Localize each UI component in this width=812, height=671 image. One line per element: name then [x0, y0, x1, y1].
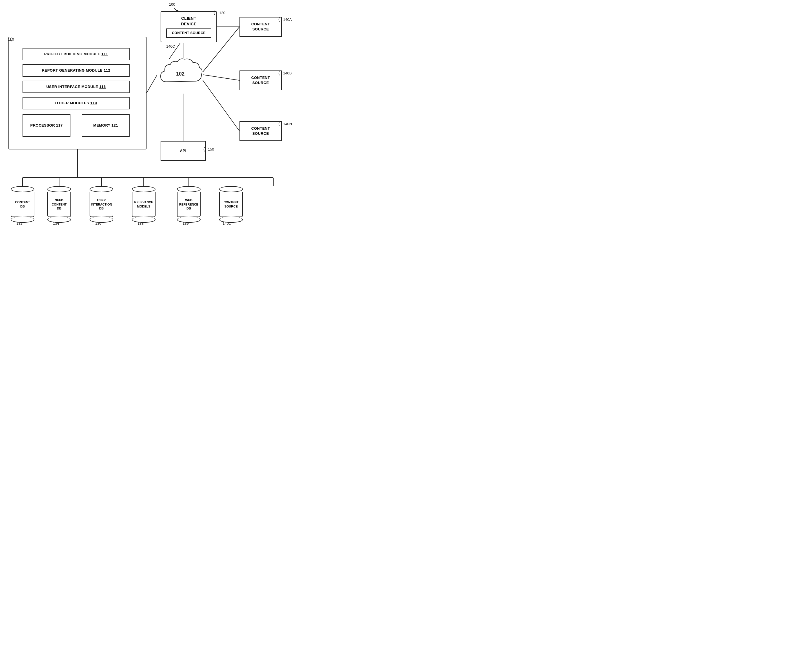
module-user-interface: USER INTERFACE MODULE 116 [22, 81, 130, 93]
db-seed-content: SEEDCONTENT DB [48, 186, 71, 223]
module-other: OTHER MODULES 119 [22, 97, 130, 109]
content-source-140n: CONTENTSOURCE [240, 121, 282, 141]
db-content-source-140d: CONTENTSOURCE [219, 186, 243, 223]
bracket-110 [11, 37, 17, 43]
svg-line-7 [203, 80, 240, 131]
mod-proj-text: PROJECT BUILDING MODULE 111 [44, 51, 108, 57]
module-report-generating: REPORT GENERATING MODULE 112 [22, 64, 130, 77]
bracket-140n [280, 122, 285, 128]
ref-100-label: 100 [169, 2, 175, 7]
mod-processor-text: PROCESSOR 117 [31, 123, 63, 128]
client-device-label: CLIENTDEVICE [181, 16, 196, 27]
svg-text:102: 102 [176, 71, 185, 77]
bracket-120 [215, 11, 220, 16]
module-project-building: PROJECT BUILDING MODULE 111 [22, 48, 130, 60]
mod-memory-text: MEMORY 121 [93, 123, 118, 128]
db-user-interaction: USERINTERACTIONDB [90, 186, 113, 223]
mod-report-text: REPORT GENERATING MODULE 112 [42, 68, 110, 73]
content-source-inner-box: CONTENT SOURCE [166, 29, 211, 38]
db-relevance-models: RELEVANCEMODELS [132, 186, 156, 223]
api-box: API [161, 141, 206, 161]
mod-other-text: OTHER MODULES 119 [55, 100, 97, 106]
svg-line-6 [203, 75, 240, 80]
svg-line-9 [146, 75, 157, 93]
bracket-150 [205, 147, 210, 153]
db-web-reference: WEBREFERENCEDB [177, 186, 200, 223]
module-processor: PROCESSOR 117 [22, 114, 70, 137]
ref-140c: 140C [166, 44, 175, 48]
content-source-140b: CONTENTSOURCE [240, 70, 282, 90]
network-cloud: 102 [158, 56, 203, 93]
content-source-140a: CONTENTSOURCE [240, 17, 282, 37]
mod-ui-text: USER INTERFACE MODULE 116 [46, 84, 106, 89]
db-content: CONTENTDB [11, 186, 34, 223]
client-device-box: CLIENTDEVICE CONTENT SOURCE [161, 11, 217, 42]
module-memory: MEMORY 121 [82, 114, 130, 137]
bracket-140a [280, 17, 285, 23]
bracket-140b [280, 71, 285, 77]
